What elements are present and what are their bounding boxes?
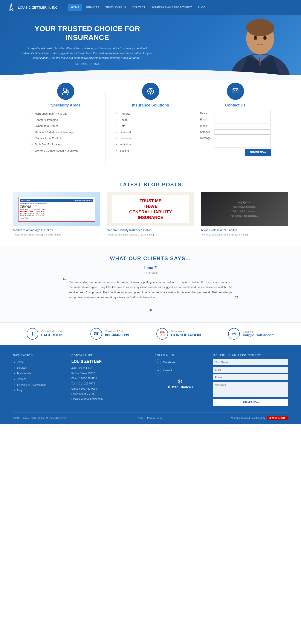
nav-services[interactable]: SERVICES bbox=[82, 4, 103, 11]
services-input[interactable] bbox=[214, 130, 271, 134]
footer-office: Office # 800-460-0999 bbox=[71, 386, 146, 391]
nav-blog[interactable]: BLOG bbox=[195, 4, 209, 11]
footer-address: 4202 Donna Lane bbox=[71, 366, 146, 371]
speciality-list: NonSubscription TX & OK Boomer Strategie… bbox=[31, 111, 101, 154]
blog-card-2: TRUST MEI HAVEGENERAL LIABILITYINSURANCE… bbox=[107, 192, 194, 236]
speciality-card: Speciality Areas NonSubscription TX & OK… bbox=[26, 91, 106, 162]
list-item: Claim & Loss Control bbox=[35, 135, 101, 142]
list-item: Financial bbox=[120, 129, 186, 136]
footer-facebook-icon: f bbox=[155, 359, 161, 365]
three-col-section: Speciality Areas NonSubscription TX & OK… bbox=[0, 80, 301, 173]
speciality-icon bbox=[57, 83, 74, 100]
message-textarea[interactable] bbox=[214, 136, 271, 148]
email-line1: Email me bbox=[243, 330, 274, 334]
email-input[interactable] bbox=[214, 117, 271, 122]
privacy-link[interactable]: Privacy Policy bbox=[147, 417, 162, 419]
nav-home[interactable]: HOME bbox=[68, 4, 82, 11]
footer-email: Email # lou@louzettler.com bbox=[71, 396, 146, 402]
footer-contact-title: CONTACT US bbox=[71, 354, 146, 357]
footer-nav-home[interactable]: Home bbox=[17, 359, 63, 365]
logo-icon bbox=[7, 2, 16, 12]
footer-city: Parker, Texas 75002 bbox=[71, 371, 146, 376]
name-input[interactable] bbox=[214, 111, 271, 116]
copyright-text: © 2014, Louis J. Zettler III, Inc. All R… bbox=[13, 417, 67, 419]
blog-link-3[interactable]: Texas Professional Liability bbox=[201, 228, 288, 232]
footer-follow-title: FOLLOW US bbox=[155, 354, 205, 357]
footer-schedule-col: SCHEDULE AN APPOINTMENT SUBMIT NOW bbox=[213, 354, 288, 406]
email-contact[interactable]: ✉ Email me lou@louzettler.com bbox=[228, 328, 274, 340]
footer-nav-schedule[interactable]: Schedule An Appointment bbox=[17, 382, 63, 388]
footer-email-input[interactable] bbox=[213, 367, 288, 373]
blog-link-1[interactable]: Medicare Advantage in Dallas bbox=[13, 228, 100, 232]
quote-open-icon: “ bbox=[63, 276, 66, 287]
footer-linkedin-link[interactable]: in Linkedin bbox=[155, 368, 205, 374]
hero-content: YOUR TRUSTED CHOICE FOR INSURANCE "I org… bbox=[0, 16, 175, 74]
submit-button[interactable]: SUBMIT NOW bbox=[245, 149, 271, 156]
footer-schedule-title: SCHEDULE AN APPOINTMENT bbox=[213, 354, 288, 357]
quote-close-icon: ” bbox=[235, 294, 239, 305]
blog-section: LATEST BLOG POSTS MEDICAREHEALTH INSURAN… bbox=[0, 173, 301, 247]
footer-linkedin-icon: in bbox=[155, 368, 161, 374]
nav-schedule[interactable]: SCHEDULE AN APPOINTMENT bbox=[148, 4, 195, 11]
blog-grid: MEDICAREHEALTH INSURANCE 1-800-MEDICARE … bbox=[13, 192, 288, 236]
footer-nav-testimonials[interactable]: Testimonials bbox=[17, 370, 63, 376]
footer-nav-blog[interactable]: Blog bbox=[17, 388, 63, 393]
list-item: Health bbox=[120, 117, 186, 123]
hero-quote: "I organize risk, which is quite differe… bbox=[17, 46, 157, 60]
speciality-title: Speciality Areas bbox=[31, 103, 101, 108]
list-item: Staffing bbox=[120, 148, 186, 154]
footer-bottom: © 2014, Louis J. Zettler III, Inc. All R… bbox=[13, 412, 288, 420]
footer-grid: NAVIGATION Home Services Testimonials Co… bbox=[13, 354, 288, 406]
footer-linkedin-label: Linkedin bbox=[163, 369, 173, 372]
carousel-dots bbox=[13, 308, 288, 312]
trusted-choice-badge: ❄ Trusted Choice® bbox=[155, 378, 205, 389]
logo-text: LOUIS J. ZETTLER III, INC., bbox=[18, 6, 59, 9]
nav-contact[interactable]: CONTACT bbox=[129, 4, 148, 11]
consultation-contact[interactable]: 📅 Schedule a CONSULTATION bbox=[156, 328, 201, 340]
footer-fax: Fax # 800-460-7766 bbox=[71, 391, 146, 396]
testimonial-name: Lana Z bbox=[13, 266, 288, 270]
blog-link-2[interactable]: General Liability Insurance Dallas bbox=[107, 228, 194, 232]
phone-contact[interactable]: ☎ Questions? Call 800-460-0999 bbox=[91, 328, 129, 340]
footer-name-input[interactable] bbox=[213, 359, 288, 365]
phone-icon: ☎ bbox=[91, 328, 102, 340]
testimonial-text: Recommending someone is serious business… bbox=[69, 280, 232, 300]
main-nav: HOME SERVICES TESTIMONIALS CONTACT SCHED… bbox=[68, 4, 208, 11]
carousel-dot[interactable] bbox=[150, 309, 152, 311]
consultation-icon: 📅 bbox=[156, 328, 168, 340]
name-label: Name bbox=[200, 112, 214, 115]
list-item: Oil & Gas Exploration bbox=[35, 142, 101, 148]
svg-point-4 bbox=[246, 19, 274, 36]
footer-nav-contact[interactable]: Contact bbox=[17, 376, 63, 382]
person-illustration bbox=[219, 15, 301, 75]
facebook-contact[interactable]: f Connect with us on FACEBOOK bbox=[27, 328, 63, 340]
svg-point-9 bbox=[63, 88, 67, 92]
insurance-icon bbox=[142, 83, 159, 100]
svg-point-7 bbox=[254, 36, 256, 39]
phone-text: Questions? Call 800-460-0999 bbox=[105, 330, 129, 338]
testimonial-company: In The Black bbox=[13, 271, 288, 274]
footer-nav-services[interactable]: Services bbox=[17, 365, 63, 370]
footer-contact-col: CONTACT US LOUIS ZETTLER 4202 Donna Lane… bbox=[71, 354, 146, 406]
footer-message-textarea[interactable] bbox=[213, 382, 288, 397]
nav-testimonials[interactable]: TESTIMONIALS bbox=[103, 4, 129, 11]
footer-facebook-link[interactable]: f Facebook bbox=[155, 359, 205, 365]
phone-line1: Questions? Call bbox=[105, 330, 129, 333]
blog-card-1: MEDICAREHEALTH INSURANCE 1-800-MEDICARE … bbox=[13, 192, 100, 236]
footer-links: Terms Privacy Policy bbox=[136, 417, 162, 419]
blog-section-title: LATEST BLOG POSTS bbox=[13, 173, 288, 192]
phone-input[interactable] bbox=[214, 123, 271, 128]
terms-link[interactable]: Terms bbox=[136, 417, 143, 419]
trusted-choice-text: Trusted Choice® bbox=[155, 385, 205, 389]
insurance-card: Insurance Solutions Property Health Data… bbox=[111, 91, 190, 162]
insurance-list: Property Health Data Financial Business … bbox=[115, 111, 186, 154]
testimonial-text-wrap: “ Recommending someone is serious busine… bbox=[63, 280, 239, 300]
list-item: Boomer Strategies bbox=[35, 117, 101, 123]
list-item: Data bbox=[120, 123, 186, 129]
dev-info: Website Desgin & Developed by CI WEB GRO… bbox=[231, 416, 288, 420]
footer-phone-input[interactable] bbox=[213, 374, 288, 380]
svg-point-8 bbox=[264, 36, 266, 39]
footer-submit-button[interactable]: SUBMIT NOW bbox=[213, 399, 288, 406]
list-item: Business bbox=[120, 135, 186, 142]
contact-form: Name Email Phone Services Message SUBMIT… bbox=[200, 111, 271, 148]
